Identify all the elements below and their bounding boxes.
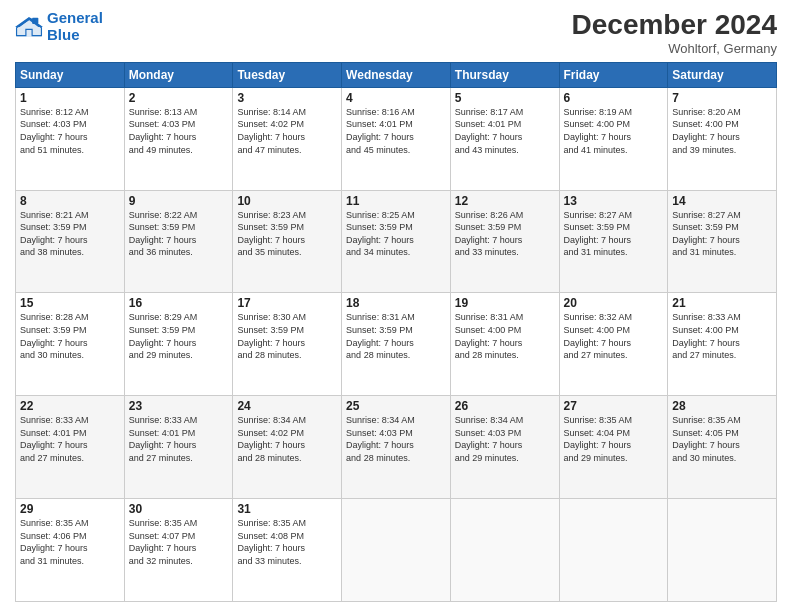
day-info: Sunrise: 8:13 AM Sunset: 4:03 PM Dayligh… bbox=[129, 106, 229, 156]
day-info: Sunrise: 8:20 AM Sunset: 4:00 PM Dayligh… bbox=[672, 106, 772, 156]
day-number: 28 bbox=[672, 399, 772, 413]
day-info: Sunrise: 8:31 AM Sunset: 4:00 PM Dayligh… bbox=[455, 311, 555, 361]
calendar-cell: 9Sunrise: 8:22 AM Sunset: 3:59 PM Daylig… bbox=[124, 190, 233, 293]
day-number: 4 bbox=[346, 91, 446, 105]
calendar-cell: 13Sunrise: 8:27 AM Sunset: 3:59 PM Dayli… bbox=[559, 190, 668, 293]
day-info: Sunrise: 8:35 AM Sunset: 4:08 PM Dayligh… bbox=[237, 517, 337, 567]
logo-line1: General bbox=[47, 9, 103, 26]
calendar-cell: 30Sunrise: 8:35 AM Sunset: 4:07 PM Dayli… bbox=[124, 499, 233, 602]
calendar-week-4: 22Sunrise: 8:33 AM Sunset: 4:01 PM Dayli… bbox=[16, 396, 777, 499]
title-block: December 2024 Wohltorf, Germany bbox=[572, 10, 777, 56]
day-info: Sunrise: 8:14 AM Sunset: 4:02 PM Dayligh… bbox=[237, 106, 337, 156]
logo-icon bbox=[15, 15, 43, 39]
header: General Blue December 2024 Wohltorf, Ger… bbox=[15, 10, 777, 56]
day-number: 23 bbox=[129, 399, 229, 413]
day-number: 3 bbox=[237, 91, 337, 105]
calendar-cell: 2Sunrise: 8:13 AM Sunset: 4:03 PM Daylig… bbox=[124, 87, 233, 190]
calendar-cell: 29Sunrise: 8:35 AM Sunset: 4:06 PM Dayli… bbox=[16, 499, 125, 602]
subtitle: Wohltorf, Germany bbox=[572, 41, 777, 56]
day-header-saturday: Saturday bbox=[668, 62, 777, 87]
day-info: Sunrise: 8:16 AM Sunset: 4:01 PM Dayligh… bbox=[346, 106, 446, 156]
day-number: 8 bbox=[20, 194, 120, 208]
calendar-week-3: 15Sunrise: 8:28 AM Sunset: 3:59 PM Dayli… bbox=[16, 293, 777, 396]
calendar-week-2: 8Sunrise: 8:21 AM Sunset: 3:59 PM Daylig… bbox=[16, 190, 777, 293]
day-info: Sunrise: 8:19 AM Sunset: 4:00 PM Dayligh… bbox=[564, 106, 664, 156]
day-number: 19 bbox=[455, 296, 555, 310]
day-number: 12 bbox=[455, 194, 555, 208]
day-number: 18 bbox=[346, 296, 446, 310]
day-info: Sunrise: 8:23 AM Sunset: 3:59 PM Dayligh… bbox=[237, 209, 337, 259]
calendar-table: SundayMondayTuesdayWednesdayThursdayFrid… bbox=[15, 62, 777, 602]
calendar-cell bbox=[450, 499, 559, 602]
day-info: Sunrise: 8:25 AM Sunset: 3:59 PM Dayligh… bbox=[346, 209, 446, 259]
logo-text: General Blue bbox=[47, 10, 103, 43]
calendar-cell: 16Sunrise: 8:29 AM Sunset: 3:59 PM Dayli… bbox=[124, 293, 233, 396]
day-info: Sunrise: 8:28 AM Sunset: 3:59 PM Dayligh… bbox=[20, 311, 120, 361]
month-title: December 2024 bbox=[572, 10, 777, 41]
day-info: Sunrise: 8:34 AM Sunset: 4:03 PM Dayligh… bbox=[346, 414, 446, 464]
calendar-cell: 21Sunrise: 8:33 AM Sunset: 4:00 PM Dayli… bbox=[668, 293, 777, 396]
day-header-wednesday: Wednesday bbox=[342, 62, 451, 87]
day-info: Sunrise: 8:35 AM Sunset: 4:06 PM Dayligh… bbox=[20, 517, 120, 567]
day-number: 7 bbox=[672, 91, 772, 105]
calendar-cell: 18Sunrise: 8:31 AM Sunset: 3:59 PM Dayli… bbox=[342, 293, 451, 396]
day-header-sunday: Sunday bbox=[16, 62, 125, 87]
day-number: 22 bbox=[20, 399, 120, 413]
calendar-cell bbox=[668, 499, 777, 602]
day-number: 2 bbox=[129, 91, 229, 105]
page: General Blue December 2024 Wohltorf, Ger… bbox=[0, 0, 792, 612]
calendar-cell: 10Sunrise: 8:23 AM Sunset: 3:59 PM Dayli… bbox=[233, 190, 342, 293]
logo: General Blue bbox=[15, 10, 103, 43]
day-info: Sunrise: 8:35 AM Sunset: 4:04 PM Dayligh… bbox=[564, 414, 664, 464]
calendar-cell bbox=[342, 499, 451, 602]
calendar-cell: 25Sunrise: 8:34 AM Sunset: 4:03 PM Dayli… bbox=[342, 396, 451, 499]
day-number: 5 bbox=[455, 91, 555, 105]
svg-rect-2 bbox=[32, 17, 38, 23]
calendar-cell: 14Sunrise: 8:27 AM Sunset: 3:59 PM Dayli… bbox=[668, 190, 777, 293]
day-info: Sunrise: 8:33 AM Sunset: 4:00 PM Dayligh… bbox=[672, 311, 772, 361]
day-header-friday: Friday bbox=[559, 62, 668, 87]
calendar-cell: 12Sunrise: 8:26 AM Sunset: 3:59 PM Dayli… bbox=[450, 190, 559, 293]
day-number: 6 bbox=[564, 91, 664, 105]
calendar-header-row: SundayMondayTuesdayWednesdayThursdayFrid… bbox=[16, 62, 777, 87]
day-number: 13 bbox=[564, 194, 664, 208]
day-info: Sunrise: 8:31 AM Sunset: 3:59 PM Dayligh… bbox=[346, 311, 446, 361]
calendar-cell: 3Sunrise: 8:14 AM Sunset: 4:02 PM Daylig… bbox=[233, 87, 342, 190]
day-info: Sunrise: 8:35 AM Sunset: 4:07 PM Dayligh… bbox=[129, 517, 229, 567]
calendar-cell: 27Sunrise: 8:35 AM Sunset: 4:04 PM Dayli… bbox=[559, 396, 668, 499]
day-number: 31 bbox=[237, 502, 337, 516]
day-number: 10 bbox=[237, 194, 337, 208]
calendar-cell: 31Sunrise: 8:35 AM Sunset: 4:08 PM Dayli… bbox=[233, 499, 342, 602]
day-info: Sunrise: 8:30 AM Sunset: 3:59 PM Dayligh… bbox=[237, 311, 337, 361]
calendar-cell bbox=[559, 499, 668, 602]
day-info: Sunrise: 8:27 AM Sunset: 3:59 PM Dayligh… bbox=[564, 209, 664, 259]
calendar-cell: 28Sunrise: 8:35 AM Sunset: 4:05 PM Dayli… bbox=[668, 396, 777, 499]
day-info: Sunrise: 8:34 AM Sunset: 4:02 PM Dayligh… bbox=[237, 414, 337, 464]
day-number: 9 bbox=[129, 194, 229, 208]
calendar-cell: 4Sunrise: 8:16 AM Sunset: 4:01 PM Daylig… bbox=[342, 87, 451, 190]
day-info: Sunrise: 8:34 AM Sunset: 4:03 PM Dayligh… bbox=[455, 414, 555, 464]
day-info: Sunrise: 8:33 AM Sunset: 4:01 PM Dayligh… bbox=[20, 414, 120, 464]
day-number: 27 bbox=[564, 399, 664, 413]
calendar-cell: 23Sunrise: 8:33 AM Sunset: 4:01 PM Dayli… bbox=[124, 396, 233, 499]
day-info: Sunrise: 8:29 AM Sunset: 3:59 PM Dayligh… bbox=[129, 311, 229, 361]
day-header-tuesday: Tuesday bbox=[233, 62, 342, 87]
calendar-cell: 20Sunrise: 8:32 AM Sunset: 4:00 PM Dayli… bbox=[559, 293, 668, 396]
calendar-cell: 19Sunrise: 8:31 AM Sunset: 4:00 PM Dayli… bbox=[450, 293, 559, 396]
calendar-week-1: 1Sunrise: 8:12 AM Sunset: 4:03 PM Daylig… bbox=[16, 87, 777, 190]
logo-line2: Blue bbox=[47, 26, 80, 43]
day-info: Sunrise: 8:27 AM Sunset: 3:59 PM Dayligh… bbox=[672, 209, 772, 259]
day-number: 29 bbox=[20, 502, 120, 516]
day-info: Sunrise: 8:33 AM Sunset: 4:01 PM Dayligh… bbox=[129, 414, 229, 464]
day-number: 30 bbox=[129, 502, 229, 516]
calendar-cell: 11Sunrise: 8:25 AM Sunset: 3:59 PM Dayli… bbox=[342, 190, 451, 293]
calendar-cell: 1Sunrise: 8:12 AM Sunset: 4:03 PM Daylig… bbox=[16, 87, 125, 190]
calendar-cell: 15Sunrise: 8:28 AM Sunset: 3:59 PM Dayli… bbox=[16, 293, 125, 396]
calendar-cell: 8Sunrise: 8:21 AM Sunset: 3:59 PM Daylig… bbox=[16, 190, 125, 293]
day-header-monday: Monday bbox=[124, 62, 233, 87]
day-info: Sunrise: 8:22 AM Sunset: 3:59 PM Dayligh… bbox=[129, 209, 229, 259]
calendar-cell: 24Sunrise: 8:34 AM Sunset: 4:02 PM Dayli… bbox=[233, 396, 342, 499]
day-info: Sunrise: 8:17 AM Sunset: 4:01 PM Dayligh… bbox=[455, 106, 555, 156]
day-number: 24 bbox=[237, 399, 337, 413]
calendar-cell: 22Sunrise: 8:33 AM Sunset: 4:01 PM Dayli… bbox=[16, 396, 125, 499]
